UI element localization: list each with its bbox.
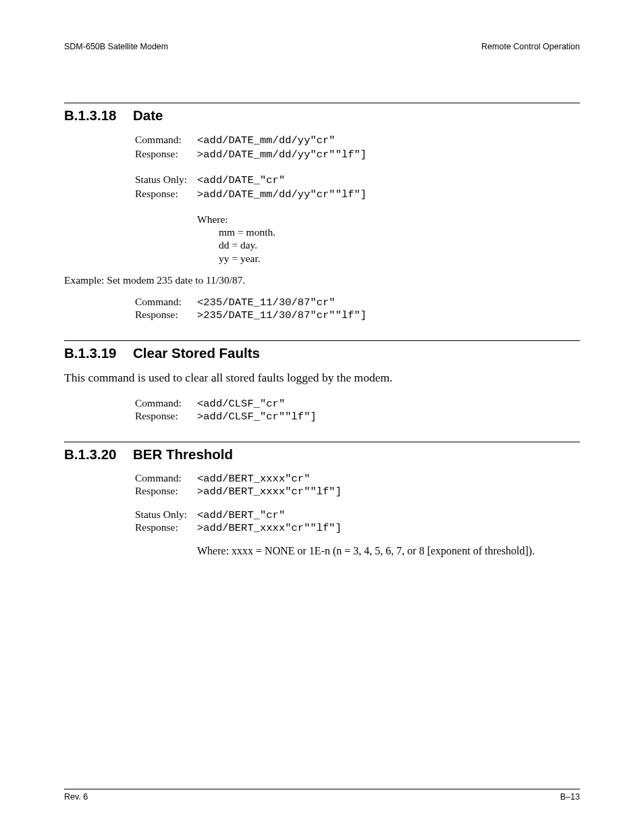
code-command: <add/DATE_mm/dd/yy"cr" — [197, 134, 336, 147]
row-where: Where: xxxx = NONE or 1E-n (n = 3, 4, 5,… — [135, 545, 580, 557]
where-line: Where: — [135, 213, 580, 226]
heading-bert: B.1.3.20 BER Threshold — [64, 446, 580, 463]
label-status-only: Status Only: — [135, 509, 197, 521]
bert-where: Where: xxxx = NONE or 1E-n (n = 3, 4, 5,… — [197, 545, 535, 557]
code-status-cmd: <add/BERT_"cr" — [197, 509, 285, 521]
code-ex-command: <235/DATE_11/30/87"cr" — [197, 296, 336, 309]
header-left: SDM-650B Satellite Modem — [64, 42, 168, 51]
date-example-body: Command: <235/DATE_11/30/87"cr" Response… — [135, 296, 580, 321]
where-def-mm: mm = month. — [197, 226, 275, 238]
footer-right: B–13 — [560, 792, 580, 802]
heading-clsf: B.1.3.19 Clear Stored Faults — [64, 345, 580, 361]
code-command: <add/BERT_xxxx"cr" — [197, 473, 310, 485]
bert-body: Command: <add/BERT_xxxx"cr" Response: >a… — [135, 472, 580, 557]
row-ex-response: Response: >235/DATE_11/30/87"cr""lf"] — [135, 309, 580, 321]
label-response: Response: — [135, 309, 197, 321]
label-status-only: Status Only: — [135, 173, 197, 186]
footer-left: Rev. 6 — [64, 792, 88, 802]
code-status-resp: >add/DATE_mm/dd/yy"cr""lf"] — [197, 188, 367, 201]
where-def-yy: yy = year. — [197, 252, 261, 265]
running-header: SDM-650B Satellite Modem Remote Control … — [64, 42, 580, 51]
row-response: Response: >add/BERT_xxxx"cr""lf"] — [135, 485, 580, 498]
page: SDM-650B Satellite Modem Remote Control … — [0, 0, 644, 834]
label-response: Response: — [135, 410, 197, 422]
example-line: Example: Set modem 235 date to 11/30/87. — [64, 274, 580, 286]
row-command: Command: <add/CLSF_"cr" — [135, 397, 580, 410]
code-response: >add/CLSF_"cr""lf"] — [197, 411, 317, 423]
row-status-only: Status Only: <add/DATE_"cr" — [135, 173, 580, 187]
label-command: Command: — [135, 296, 197, 308]
heading-title: Clear Stored Faults — [133, 345, 260, 361]
where-dd: dd = day. — [135, 238, 580, 251]
code-ex-response: >235/DATE_11/30/87"cr""lf"] — [197, 309, 367, 321]
section-clsf: B.1.3.19 Clear Stored Faults This comman… — [64, 340, 580, 423]
row-status-only: Status Only: <add/BERT_"cr" — [135, 509, 580, 521]
where-label: Where: — [197, 213, 228, 226]
row-command: Command: <add/BERT_xxxx"cr" — [135, 472, 580, 485]
header-right: Remote Control Operation — [481, 42, 580, 51]
label-response: Response: — [135, 187, 197, 200]
section-date: B.1.3.18 Date Command: <add/DATE_mm/dd/y… — [64, 103, 580, 321]
row-status-response: Response: >add/BERT_xxxx"cr""lf"] — [135, 521, 580, 534]
date-body: Command: <add/DATE_mm/dd/yy"cr" Response… — [135, 133, 580, 265]
where-block: Where: mm = month. dd = day. yy = year. — [135, 213, 580, 265]
label-command: Command: — [135, 133, 197, 146]
code-response: >add/DATE_mm/dd/yy"cr""lf"] — [197, 149, 367, 161]
row-ex-command: Command: <235/DATE_11/30/87"cr" — [135, 296, 580, 309]
heading-number: B.1.3.18 — [64, 107, 133, 124]
heading-number: B.1.3.19 — [64, 345, 133, 361]
label-command: Command: — [135, 397, 197, 409]
row-status-response: Response: >add/DATE_mm/dd/yy"cr""lf"] — [135, 187, 580, 201]
label-response: Response: — [135, 147, 197, 160]
where-yy: yy = year. — [135, 252, 580, 265]
row-response: Response: >add/CLSF_"cr""lf"] — [135, 410, 580, 423]
heading-title: Date — [133, 107, 163, 124]
clsf-body: Command: <add/CLSF_"cr" Response: >add/C… — [135, 397, 580, 423]
where-def-dd: dd = day. — [197, 238, 257, 251]
clsf-intro: This command is used to clear all stored… — [64, 371, 580, 385]
where-mm: mm = month. — [135, 226, 580, 238]
page-footer: Rev. 6 B–13 — [64, 789, 580, 802]
heading-number: B.1.3.20 — [64, 446, 133, 463]
row-response: Response: >add/DATE_mm/dd/yy"cr""lf"] — [135, 147, 580, 161]
code-status-cmd: <add/DATE_"cr" — [197, 174, 285, 187]
footer-rule — [64, 789, 580, 789]
label-response: Response: — [135, 485, 197, 497]
row-command: Command: <add/DATE_mm/dd/yy"cr" — [135, 133, 580, 147]
code-command: <add/CLSF_"cr" — [197, 398, 285, 410]
code-response: >add/BERT_xxxx"cr""lf"] — [197, 486, 342, 498]
section-bert: B.1.3.20 BER Threshold Command: <add/BER… — [64, 442, 580, 557]
code-status-resp: >add/BERT_xxxx"cr""lf"] — [197, 522, 342, 534]
heading-date: B.1.3.18 Date — [64, 107, 580, 124]
label-response: Response: — [135, 521, 197, 533]
heading-title: BER Threshold — [133, 446, 233, 463]
label-command: Command: — [135, 472, 197, 484]
